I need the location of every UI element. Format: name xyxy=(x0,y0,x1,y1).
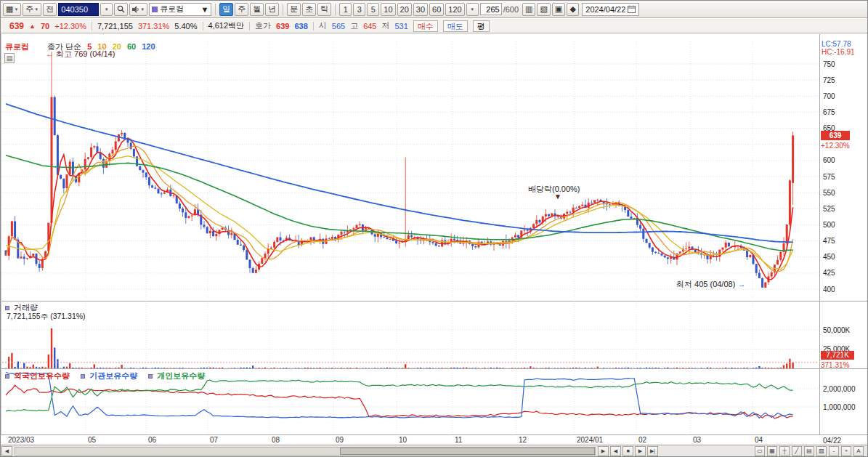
chart-toolbar: ▦ ▼ 주 ▼ 전 ▼ ▼ 큐로컴 ▼ 일 주 월 년 분 초 틱 1 xyxy=(1,1,867,18)
chevron-down-icon: ▼ xyxy=(200,5,208,14)
legend-individual-holdings[interactable]: 개인보유수량 xyxy=(157,371,205,380)
zoom-out-button[interactable]: - xyxy=(829,446,839,456)
avg-button[interactable]: 평 xyxy=(473,20,490,32)
annotation-low-text: 최저 405 (04/08) xyxy=(676,280,735,288)
tab-minute[interactable]: 분 xyxy=(287,3,301,16)
open-price: 565 xyxy=(332,22,345,31)
gear-icon: ◆ xyxy=(570,4,576,14)
tab-tick[interactable]: 틱 xyxy=(317,3,331,16)
svg-text:05: 05 xyxy=(88,436,97,444)
chart-window: ▦ ▼ 주 ▼ 전 ▼ ▼ 큐로컴 ▼ 일 주 월 년 분 초 틱 1 xyxy=(0,0,868,457)
svg-text:550: 550 xyxy=(823,189,835,197)
scroll-left-button[interactable]: ◀ xyxy=(1,446,12,456)
search-button[interactable] xyxy=(114,3,128,16)
svg-text:450: 450 xyxy=(823,253,835,261)
svg-text:725: 725 xyxy=(823,76,835,84)
svg-text:50,000K: 50,000K xyxy=(823,326,851,334)
tab-year[interactable]: 년 xyxy=(265,3,279,16)
interval-20-button[interactable]: 20 xyxy=(397,3,412,16)
legend-institution-holdings[interactable]: 기관보유수량 xyxy=(89,371,137,380)
pane-settings-button[interactable]: ▤ xyxy=(4,53,15,63)
candles[interactable] xyxy=(5,52,795,288)
stock-name-box[interactable]: 큐로컴 ▼ xyxy=(149,3,211,16)
chart-stock-label: 큐로컴 xyxy=(5,41,29,52)
pattern-button[interactable]: ▨ xyxy=(816,446,827,456)
svg-text:07: 07 xyxy=(210,436,219,444)
legend-ma120[interactable]: 120 xyxy=(142,42,155,51)
trendline-button[interactable]: ╱ xyxy=(792,446,802,456)
divider xyxy=(215,4,216,15)
stock-code-input[interactable] xyxy=(58,3,99,16)
scrollbar-track[interactable] xyxy=(15,447,596,456)
svg-text:600: 600 xyxy=(823,156,835,164)
divider xyxy=(335,4,336,15)
interval-1-button[interactable]: 1 xyxy=(339,3,352,16)
svg-text:2,000,000: 2,000,000 xyxy=(823,385,856,393)
low-label: 저 xyxy=(381,20,389,31)
tab-week[interactable]: 주 xyxy=(235,3,248,16)
sound-button[interactable]: ▼ xyxy=(129,3,147,16)
divider xyxy=(249,22,250,31)
grid-toggle-button[interactable]: ▦ xyxy=(767,446,777,456)
svg-text:575: 575 xyxy=(823,173,835,181)
panel-layout-button[interactable]: ▭ xyxy=(755,446,765,456)
chart-menu-button[interactable]: ▦ ▼ xyxy=(3,3,21,16)
tab-day[interactable]: 일 xyxy=(219,3,233,16)
low-price: 531 xyxy=(394,22,407,31)
annotation-high: ← 최고 769 (04/14) xyxy=(46,49,115,60)
legend-ma60[interactable]: 60 xyxy=(127,42,136,51)
interval-30-button[interactable]: 30 xyxy=(413,3,428,16)
chart-tool-strip: ▭ ▦ ┼ ╱ ▤ ▨ - + A xyxy=(754,446,867,456)
interval-5-button[interactable]: 5 xyxy=(367,3,379,16)
interval-60-button[interactable]: 60 xyxy=(429,3,444,16)
volume-bars[interactable] xyxy=(5,328,794,368)
interval-combo[interactable]: ▼ xyxy=(466,3,479,16)
right-arrow-icon: → xyxy=(737,280,745,288)
legend-marker-icon xyxy=(5,374,9,379)
cycle-tool-button[interactable]: ▥ xyxy=(522,3,535,16)
jeon-button[interactable]: 전 xyxy=(43,3,57,16)
draw-tool-button[interactable]: ▧ xyxy=(537,3,550,16)
svg-text:700: 700 xyxy=(823,92,835,100)
save-chart-button[interactable]: ▣ xyxy=(552,3,565,16)
buy-button[interactable]: 매수 xyxy=(413,20,438,32)
date-picker[interactable]: 2024/04/22 xyxy=(582,3,639,16)
period-combo[interactable]: 주 ▼ xyxy=(23,3,41,16)
nav-forward-button[interactable]: ▶ xyxy=(635,446,646,456)
svg-text:02: 02 xyxy=(638,436,647,444)
auto-scale-button[interactable]: A xyxy=(853,446,864,456)
sell-button[interactable]: 매도 xyxy=(443,20,468,32)
legend-foreign-holdings[interactable]: 외국인보유수량 xyxy=(14,371,70,380)
date-value: 2024/04/22 xyxy=(585,5,625,14)
bar-count-input[interactable] xyxy=(480,3,502,15)
ma20-line xyxy=(6,156,793,270)
scroll-right-button[interactable]: ▶ xyxy=(598,446,609,456)
save-icon: ▣ xyxy=(555,4,562,14)
interval-120-button[interactable]: 120 xyxy=(445,3,464,16)
interval-10-button[interactable]: 10 xyxy=(381,3,395,16)
chart-canvas[interactable]: 2023/0305060708091011122024/010203047507… xyxy=(1,34,868,446)
code-dropdown-button[interactable]: ▼ xyxy=(100,3,113,16)
tab-second[interactable]: 초 xyxy=(302,3,316,16)
text-tool-button[interactable]: ▤ xyxy=(804,446,814,456)
hoga-label: 호가 xyxy=(255,20,271,31)
trade-value: 4,612백만 xyxy=(208,20,245,31)
search-icon xyxy=(117,5,125,13)
zoom-in-button[interactable]: + xyxy=(841,446,851,456)
tab-month[interactable]: 월 xyxy=(250,3,264,16)
legend-marker-icon xyxy=(148,374,153,379)
draw-icon: ▧ xyxy=(540,4,547,14)
hc-label: HC:-16.91 xyxy=(822,48,855,56)
scrollbar-thumb[interactable] xyxy=(340,448,595,455)
svg-text:425: 425 xyxy=(823,269,835,277)
corner-date-label: 04/22 xyxy=(823,437,841,445)
chart-settings-button[interactable]: ◆ xyxy=(567,3,579,16)
svg-text:10: 10 xyxy=(399,436,407,444)
nav-back-button[interactable]: ◀ xyxy=(610,446,621,456)
nav-end-button[interactable]: ▶| xyxy=(647,446,658,456)
nav-stop-button[interactable]: ■ xyxy=(622,446,633,456)
interval-3-button[interactable]: 3 xyxy=(353,3,365,16)
svg-text:475: 475 xyxy=(823,237,835,245)
crosshair-button[interactable]: ┼ xyxy=(779,446,790,456)
svg-text:1,000,000: 1,000,000 xyxy=(823,403,856,411)
